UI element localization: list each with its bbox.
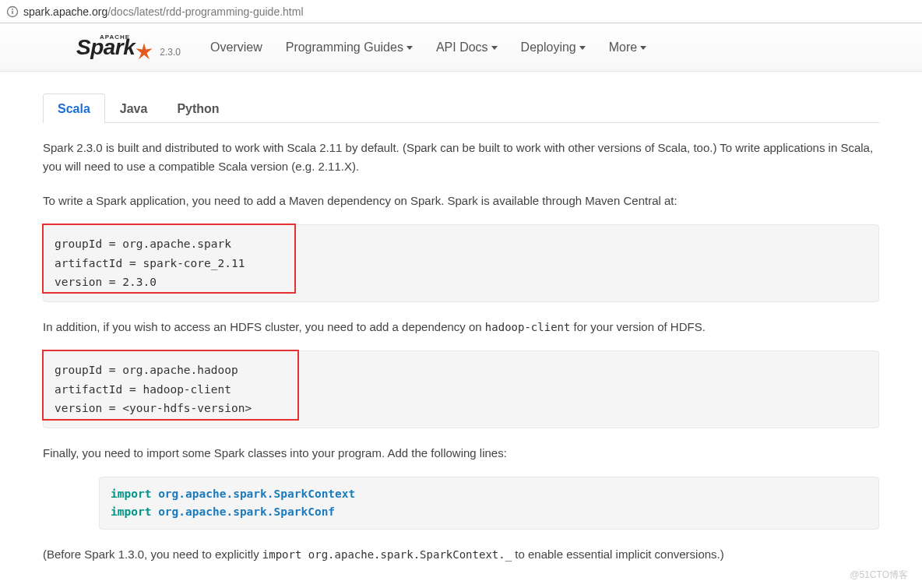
address-bar[interactable]: spark.apache.org/docs/latest/rdd-program… (0, 0, 922, 23)
hdfs-paragraph: In addition, if you wish to access an HD… (43, 318, 879, 336)
import-code-block: import org.apache.spark.SparkContext imp… (99, 477, 879, 530)
language-tabs: ScalaJavaPython (43, 93, 879, 123)
url-text: spark.apache.org/docs/latest/rdd-program… (23, 5, 304, 18)
navbar: APACHE Spark 2.3.0 OverviewProgramming G… (0, 23, 922, 72)
main-content: ScalaJavaPython Spark 2.3.0 is built and… (0, 93, 922, 588)
tab-python[interactable]: Python (162, 93, 234, 123)
chevron-down-icon (491, 46, 498, 50)
maven-dependency-hadoop: groupId = org.apache.hadoop artifactId =… (43, 350, 879, 428)
brand-superscript: APACHE (100, 33, 130, 40)
brand-logo[interactable]: APACHE Spark 2.3.0 (76, 35, 181, 60)
intro-paragraph-2: To write a Spark application, you need t… (43, 192, 879, 210)
tab-scala[interactable]: Scala (43, 93, 105, 123)
intro-paragraph-1: Spark 2.3.0 is built and distributed to … (43, 139, 879, 176)
tab-java[interactable]: Java (105, 93, 163, 123)
spark-star-icon (133, 41, 155, 63)
maven-dependency-spark: groupId = org.apache.spark artifactId = … (43, 224, 879, 302)
nav-item-deploying[interactable]: Deploying (510, 33, 596, 62)
chevron-down-icon (406, 46, 413, 50)
chevron-down-icon (579, 46, 586, 50)
nav-item-more[interactable]: More (598, 33, 657, 62)
note-paragraph: (Before Spark 1.3.0, you need to explici… (43, 545, 879, 564)
nav-item-overview[interactable]: Overview (199, 33, 273, 62)
svg-point-1 (12, 9, 13, 10)
sparkcontext-import-code: import org.apache.spark.SparkContext._ (262, 548, 512, 561)
info-icon (6, 5, 19, 18)
hadoop-client-code: hadoop-client (485, 321, 571, 333)
nav-item-api-docs[interactable]: API Docs (425, 33, 509, 62)
nav-item-programming-guides[interactable]: Programming Guides (275, 33, 424, 62)
svg-rect-2 (12, 10, 12, 13)
nav-menu: OverviewProgramming GuidesAPI DocsDeploy… (199, 33, 657, 62)
chevron-down-icon (640, 46, 646, 50)
brand-version: 2.3.0 (160, 47, 181, 58)
import-paragraph: Finally, you need to import some Spark c… (43, 444, 879, 463)
watermark: @51CTO博客 (850, 569, 908, 582)
